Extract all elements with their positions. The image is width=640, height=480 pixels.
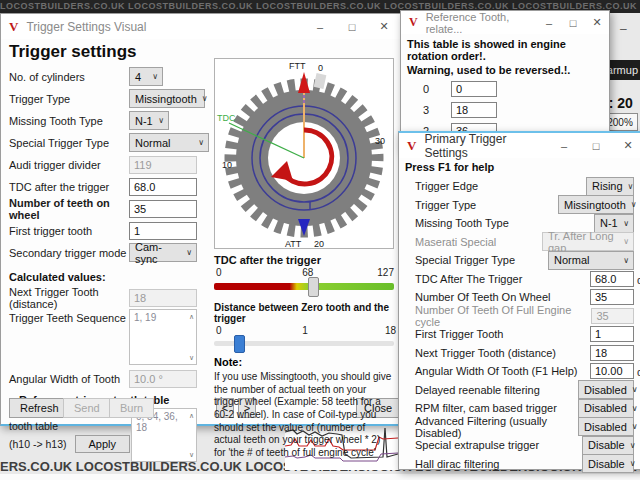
cylinders-select[interactable]: 4 ∨ (129, 67, 163, 86)
minimize-icon[interactable]: – (304, 14, 336, 39)
send-button[interactable]: Send (63, 398, 111, 418)
first-trigger-tooth-field[interactable]: 1 (590, 326, 634, 342)
distance-slider-thumb[interactable] (234, 335, 245, 353)
gear-label-20: 20 (314, 239, 324, 248)
field-label: Trigger Teeth Sequence (9, 309, 129, 324)
tdc-slider-track[interactable] (214, 283, 394, 290)
hall-dirac-select[interactable]: Disable ∨ (582, 454, 634, 473)
trigger-edge-select[interactable]: Rising ∨ (586, 177, 634, 196)
scroll-down-icon[interactable]: ∨ (189, 451, 194, 458)
scroll-up-icon[interactable]: ∧ (189, 412, 194, 419)
teeth-sequence-textarea[interactable]: 1, 19 ∧ ∨ (129, 309, 197, 365)
close-icon[interactable]: ✕ (585, 11, 609, 34)
vems-logo-icon: V (407, 138, 416, 154)
primary-titlebar[interactable]: V Primary Trigger Settings – □ ✕ (399, 133, 640, 158)
tdc-slider-thumb[interactable] (308, 277, 319, 297)
field-row: TDC after the trigger 68.0 (9, 176, 209, 197)
select-value: N-1 (600, 217, 618, 229)
scroll-up-icon[interactable]: ∧ (189, 313, 194, 320)
reference-row-input[interactable]: 18 (451, 102, 497, 118)
reference-row-input[interactable]: 0 (451, 81, 497, 97)
select-value: Cam-sync (135, 241, 181, 265)
reference-row-index: 3 (423, 104, 451, 116)
rpm-filter-select[interactable]: Disabled ∨ (578, 399, 634, 418)
bottom-strip (0, 474, 640, 480)
select-value: Disable (588, 458, 625, 470)
special-trigger-type-select[interactable]: Normal ∨ (129, 133, 209, 152)
setting-label: Number Of Teeth On Wheel (415, 291, 551, 303)
missing-tooth (314, 73, 327, 89)
chevron-down-icon: ∨ (186, 248, 192, 257)
input-value: 35 (596, 310, 608, 322)
slider2-mid: 1 (302, 325, 308, 336)
trigger-type-select[interactable]: Missingtooth ∨ (129, 89, 205, 108)
minimize-icon[interactable]: – (548, 133, 580, 158)
maximize-icon[interactable]: □ (580, 133, 612, 158)
chevron-down-icon: ∨ (631, 200, 637, 209)
setting-row: Number Of Teeth Of Full Engine cycle 35 (415, 307, 634, 326)
field-row: Audi trigger divider 119 (9, 154, 209, 175)
close-icon[interactable]: ✕ (368, 14, 400, 39)
select-value: Missingtooth (135, 93, 197, 105)
special-trigger-type-select[interactable]: Normal ∨ (548, 251, 634, 270)
chevron-down-icon: ∨ (202, 94, 208, 103)
field-row: No. of cylinders 4 ∨ (9, 66, 209, 87)
background-minimize-icon[interactable]: – (620, 22, 627, 36)
missing-tooth-type-select[interactable]: N-1 ∨ (129, 111, 169, 130)
trigger-settings-visual-window: V Trigger Settings Visual – □ ✕ Trigger … (0, 13, 401, 426)
setting-row: Special extrapulse trigger Disable ∨ (415, 436, 634, 455)
distance-slider-track[interactable] (214, 341, 394, 346)
tdc-after-trigger-field[interactable]: 68.0 (129, 178, 197, 196)
primary-rows: Trigger Edge Rising ∨ Trigger Type Missi… (415, 177, 634, 473)
close-icon[interactable]: ✕ (612, 133, 640, 158)
setting-label: Delayed reenable filtering (415, 384, 540, 396)
angular-width-field: 10.0 ° (129, 370, 197, 388)
chevron-down-icon: ∨ (630, 459, 636, 468)
advanced-filtering-select[interactable]: Disabled ∨ (578, 417, 634, 436)
main-titlebar[interactable]: V Trigger Settings Visual – □ ✕ (1, 14, 400, 39)
field-row: Next Trigger Tooth (distance) 18 (9, 287, 209, 308)
maximize-icon[interactable]: □ (561, 11, 585, 34)
secondary-trigger-mode-select[interactable]: Cam-sync ∨ (129, 243, 197, 262)
primary-window-title: Primary Trigger Settings (424, 132, 548, 160)
tdc-after-trigger-field[interactable]: 68.0 deg (590, 271, 634, 287)
reference-row: 3 18 (401, 99, 609, 120)
setting-label: Special extrapulse trigger (415, 439, 539, 451)
teeth-on-wheel-field[interactable]: 35 (590, 289, 634, 305)
refresh-button[interactable]: Refresh (9, 398, 70, 418)
teeth-on-wheel-field[interactable]: 35 (129, 200, 197, 218)
setting-row: Advanced Filtering (usually Disabled) Di… (415, 418, 634, 437)
chevron-down-icon: ∨ (632, 385, 638, 394)
setting-label: Missing Tooth Type (415, 217, 509, 229)
first-trigger-tooth-field[interactable]: 1 (129, 222, 197, 240)
field-row: Secondary trigger mode Cam-sync ∨ (9, 242, 209, 263)
setting-label: Special Trigger Type (415, 254, 515, 266)
burn-button[interactable]: Burn (109, 398, 154, 418)
input-value: 1 (595, 328, 601, 340)
setting-label: Next Trigger Tooth (distance) (415, 347, 556, 359)
apply-button[interactable]: Apply (75, 435, 131, 453)
extrapulse-trigger-select[interactable]: Disable ∨ (582, 436, 634, 455)
setting-row: Delayed reenable filtering Disabled ∨ (415, 381, 634, 400)
maximize-icon[interactable]: □ (336, 14, 368, 39)
reference-info-line2: Warning, used to be reversed.!. (401, 62, 609, 78)
setting-row: Angular Width Of Tooth (F1 Help) 10.00 d… (415, 362, 634, 381)
slider1-title: TDC after the trigger (214, 254, 394, 266)
reference-table-label2: (h10 -> h13) (9, 438, 67, 450)
trigger-type-select[interactable]: Missingtooth ∨ (558, 195, 634, 214)
slider2-min: 0 (216, 325, 222, 336)
field-label: TDC after the trigger (9, 181, 129, 193)
gear-label-30: 30 (375, 136, 385, 146)
slider1-max: 127 (377, 267, 394, 278)
setting-label: Maserati Special (415, 236, 496, 248)
select-value: 4 (135, 71, 141, 83)
scroll-down-icon[interactable]: ∨ (189, 354, 194, 361)
next-trigger-tooth-field[interactable]: 18 (590, 345, 634, 361)
screen: LOCOSTBUILDERS.CO.UK LOCOSTBUILDERS.CO.U… (0, 0, 640, 480)
angular-width-field[interactable]: 10.00 deg (590, 363, 634, 379)
minimize-icon[interactable]: – (537, 11, 561, 34)
gear-label-tdc: TDC (217, 113, 236, 123)
delayed-reenable-select[interactable]: Disabled ∨ (578, 380, 634, 399)
reference-titlebar[interactable]: V Reference Tooth, relate... – □ ✕ (401, 11, 609, 34)
field-label: Trigger Type (9, 93, 129, 105)
